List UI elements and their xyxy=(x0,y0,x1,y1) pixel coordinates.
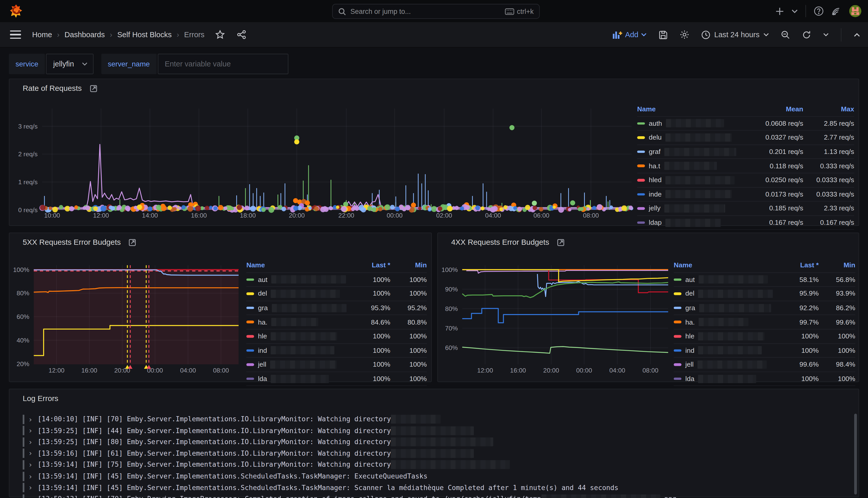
new-button[interactable] xyxy=(776,7,784,15)
save-button[interactable] xyxy=(659,30,668,39)
breadcrumb: Home › Dashboards › Self Host Blocks › E… xyxy=(32,30,204,39)
expand-chevron-icon[interactable]: › xyxy=(28,415,32,423)
external-link-icon[interactable] xyxy=(90,84,97,92)
variable-servername-input[interactable] xyxy=(158,54,288,74)
svg-text:04:00: 04:00 xyxy=(610,367,625,374)
log-line[interactable]: ›[13:59:14] [INF] [45] Emby.Server.Imple… xyxy=(23,483,618,493)
legend-column-last[interactable]: Last * xyxy=(777,261,819,269)
log-line[interactable]: ›[13:59:13] [INF] [70] Emby.Drawing.Imag… xyxy=(23,494,677,498)
news-icon[interactable] xyxy=(831,6,842,16)
series-name-prefix: hle xyxy=(258,332,267,340)
share-icon[interactable] xyxy=(237,30,246,40)
legend-value-mean: 0.118 req/s xyxy=(743,162,803,170)
legend-column-name[interactable]: Name xyxy=(673,261,776,269)
search-input[interactable]: Search or jump to... ctrl+k xyxy=(332,4,540,19)
expand-chevron-icon[interactable]: › xyxy=(28,438,32,446)
series-name[interactable]: ind xyxy=(673,346,776,355)
series-name[interactable]: hle xyxy=(673,332,776,340)
legend-value-min: 100% xyxy=(390,361,427,368)
legend-row: jelly0.185 req/s2.33 req/s xyxy=(637,202,854,216)
legend-column-name[interactable]: Name xyxy=(246,261,348,269)
series-name[interactable]: aut xyxy=(673,275,776,284)
legend-column-name[interactable]: Name xyxy=(637,105,743,113)
star-icon[interactable] xyxy=(215,30,225,40)
svg-text:12:00: 12:00 xyxy=(93,212,109,219)
expand-chevron-icon[interactable]: › xyxy=(28,427,32,435)
series-name[interactable]: ind xyxy=(246,346,348,355)
legend-column-last[interactable]: Last * xyxy=(348,261,390,269)
series-name[interactable]: auth xyxy=(637,119,743,128)
zoom-out-button[interactable] xyxy=(781,30,790,39)
series-name[interactable]: lda xyxy=(673,375,776,383)
series-name[interactable]: graf xyxy=(637,147,743,156)
breadcrumb-home[interactable]: Home xyxy=(32,30,52,39)
legend-value-min: 93.9% xyxy=(819,290,855,298)
settings-button[interactable] xyxy=(680,30,690,40)
grafana-logo-icon[interactable] xyxy=(9,4,23,18)
series-name[interactable]: hle xyxy=(246,332,348,340)
series-name[interactable]: jelly xyxy=(637,204,743,212)
legend-value-max: 0.333 req/s xyxy=(803,162,854,170)
log-line[interactable]: ›[14:00:10] [INF] [70] Emby.Server.Imple… xyxy=(23,414,441,424)
series-name[interactable]: lda xyxy=(246,375,348,383)
expand-chevron-icon[interactable]: › xyxy=(28,449,32,457)
breadcrumb-dashboards[interactable]: Dashboards xyxy=(64,30,105,39)
series-name[interactable]: inde xyxy=(637,190,743,198)
external-link-icon[interactable] xyxy=(129,238,136,246)
series-name[interactable]: hled xyxy=(637,176,743,184)
log-line[interactable]: ›[13:59:25] [INF] [80] Emby.Server.Imple… xyxy=(23,437,493,447)
variable-service-select[interactable]: jellyfin xyxy=(46,54,94,74)
series-name[interactable]: delu xyxy=(637,133,743,142)
series-name[interactable]: gra xyxy=(246,304,348,312)
series-name[interactable]: jell xyxy=(673,361,776,369)
rate-legend: NameMeanMaxauth0.0608 req/s2.85 req/sdel… xyxy=(637,102,854,230)
user-avatar[interactable] xyxy=(849,5,861,17)
log-line[interactable]: ›[13:59:14] [INF] [75] Emby.Server.Imple… xyxy=(23,460,510,470)
logs-scrollbar[interactable] xyxy=(854,414,857,494)
series-name[interactable]: jell xyxy=(246,361,348,369)
series-name[interactable]: ha.t xyxy=(637,162,743,170)
expand-chevron-icon[interactable]: › xyxy=(28,483,32,492)
new-chevron-down-icon[interactable] xyxy=(791,9,798,13)
legend-column-max[interactable]: Max xyxy=(803,105,854,113)
search-shortcut: ctrl+k xyxy=(517,8,534,15)
redacted-text xyxy=(271,375,329,383)
collapse-toolbar-button[interactable] xyxy=(854,32,860,37)
top-nav: Search or jump to... ctrl+k xyxy=(0,0,868,22)
log-line[interactable]: ›[13:59:16] [INF] [61] Emby.Server.Imple… xyxy=(23,448,474,458)
external-link-icon[interactable] xyxy=(557,238,564,246)
series-name[interactable]: ha. xyxy=(246,318,348,326)
log-level-bar xyxy=(23,460,24,470)
legend-column-mean[interactable]: Mean xyxy=(743,105,803,113)
series-name[interactable]: del xyxy=(673,290,776,298)
redacted-text xyxy=(697,361,767,369)
series-name[interactable]: gra xyxy=(673,304,776,312)
add-button[interactable]: Add xyxy=(613,30,646,39)
series-name-prefix: gra xyxy=(258,304,268,312)
legend-column-min[interactable]: Min xyxy=(819,261,855,269)
series-color-icon xyxy=(637,150,645,153)
expand-chevron-icon[interactable]: › xyxy=(28,495,32,498)
series-name[interactable]: aut xyxy=(246,275,348,284)
panel-4xx-error-budgets: 4XX Requests Error Budgets 60%70%80%90%1… xyxy=(437,233,859,382)
series-name[interactable]: del xyxy=(246,290,348,298)
redacted-text xyxy=(699,304,771,312)
log-line[interactable]: ›[13:59:14] [INF] [45] Emby.Server.Imple… xyxy=(23,471,427,481)
refresh-button[interactable] xyxy=(802,30,811,39)
log-level-bar xyxy=(23,483,24,492)
legend-row: ha.t0.118 req/s0.333 req/s xyxy=(637,159,854,173)
series-name[interactable]: ldap xyxy=(637,218,743,226)
svg-text:18:00: 18:00 xyxy=(240,212,256,219)
expand-chevron-icon[interactable]: › xyxy=(28,472,32,480)
menu-toggle-icon[interactable] xyxy=(10,30,21,39)
legend-column-min[interactable]: Min xyxy=(390,261,427,269)
series-name[interactable]: ha. xyxy=(673,318,776,326)
log-line[interactable]: ›[13:59:25] [INF] [44] Emby.Server.Imple… xyxy=(23,425,474,436)
svg-text:08:00: 08:00 xyxy=(583,212,599,219)
time-range-picker[interactable]: Last 24 hours xyxy=(702,30,769,39)
breadcrumb-folder[interactable]: Self Host Blocks xyxy=(117,30,172,39)
expand-chevron-icon[interactable]: › xyxy=(28,460,32,469)
grafana-dashboard: Search or jump to... ctrl+k xyxy=(0,0,868,498)
help-icon[interactable] xyxy=(814,6,824,16)
refresh-interval-chevron-icon[interactable] xyxy=(823,32,829,37)
